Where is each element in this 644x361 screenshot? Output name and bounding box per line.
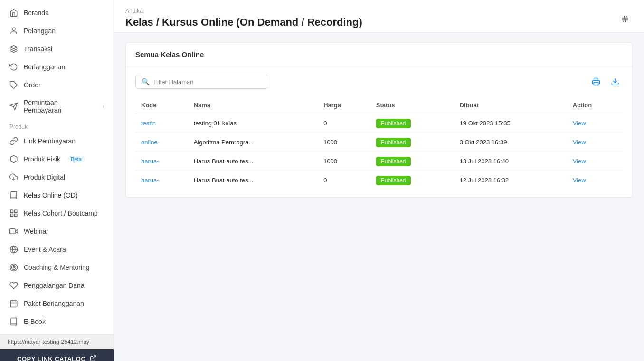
view-link[interactable]: View — [573, 120, 586, 127]
sidebar-item-e-book-label: E-Book — [24, 318, 46, 325]
sidebar-item-produk-digital-label: Produk Digital — [24, 173, 65, 181]
sidebar-item-produk-digital[interactable]: Produk Digital — [0, 168, 114, 186]
sidebar-item-event-acara-label: Event & Acara — [24, 246, 66, 253]
col-status: Status — [370, 97, 454, 114]
view-link[interactable]: View — [573, 139, 586, 146]
table-row: online Algoritma Pemrogra... 1000 Publis… — [135, 133, 623, 152]
cell-kode: harus- — [135, 152, 188, 171]
cell-kode: harus- — [135, 171, 188, 190]
download-icon — [9, 173, 18, 181]
refresh-icon — [9, 63, 18, 71]
cell-nama: Harus Buat auto tes... — [188, 152, 318, 171]
sidebar-item-produk-fisik[interactable]: Produk Fisik Beta — [0, 150, 114, 168]
cell-status: Published — [370, 171, 454, 190]
sidebar-item-kelas-cohort-label: Kelas Cohort / Bootcamp — [24, 209, 98, 217]
sidebar-item-order[interactable]: Order — [0, 76, 114, 94]
sidebar-item-event-acara[interactable]: Event & Acara — [0, 240, 114, 258]
svg-rect-8 — [15, 214, 17, 217]
sidebar-item-beranda-label: Beranda — [24, 9, 49, 17]
print-icon-button[interactable] — [588, 74, 604, 89]
svg-point-15 — [12, 266, 16, 270]
kode-link[interactable]: harus- — [141, 177, 159, 184]
sidebar-item-permintaan-pembayaran[interactable]: Permintaan Pembayaran › — [0, 94, 114, 119]
sidebar-item-kelas-cohort[interactable]: Kelas Cohort / Bootcamp — [0, 204, 114, 222]
kelas-online-card: Semua Kelas Online 🔍 — [125, 42, 633, 198]
cell-status: Published — [370, 133, 454, 152]
sidebar-item-webinar[interactable]: Webinar — [0, 222, 114, 240]
sidebar-item-link-pembayaran[interactable]: Link Pembayaran — [0, 132, 114, 150]
sidebar-item-berlangganan[interactable]: Berlangganan — [0, 58, 114, 76]
cell-harga: 1000 — [318, 152, 370, 171]
box-icon — [9, 155, 18, 163]
toolbar-icons — [588, 74, 623, 89]
home-icon — [9, 9, 18, 17]
svg-rect-26 — [594, 83, 598, 86]
svg-line-24 — [624, 16, 625, 22]
kelas-table: Kode Nama Harga Status Dibuat Action tes… — [135, 97, 623, 190]
status-badge: Published — [376, 157, 411, 166]
globe-icon — [9, 245, 18, 254]
kode-link[interactable]: harus- — [141, 158, 159, 165]
svg-rect-7 — [15, 210, 17, 212]
search-row: 🔍 — [135, 74, 623, 89]
sidebar: Beranda Pelanggan Transaksi Berlangganan… — [0, 0, 114, 361]
sidebar-item-e-book[interactable]: E-Book — [0, 313, 114, 331]
copy-link-button[interactable]: COPY LINK CATALOG — [0, 349, 114, 361]
sidebar-item-transaksi[interactable]: Transaksi — [0, 40, 114, 58]
sidebar-item-kelas-online[interactable]: Kelas Online (OD) — [0, 186, 114, 204]
video-icon — [9, 227, 18, 236]
download-icon-button[interactable] — [607, 74, 623, 89]
link-icon — [9, 137, 18, 145]
sidebar-item-penggalangan-dana-label: Penggalangan Dana — [24, 282, 85, 289]
svg-rect-11 — [10, 229, 15, 234]
hash-icon-button[interactable] — [617, 11, 633, 27]
cell-dibuat: 3 Okt 2023 16:39 — [454, 133, 567, 152]
view-link[interactable]: View — [573, 158, 586, 165]
cell-dibuat: 19 Okt 2023 15:35 — [454, 114, 567, 133]
sidebar-item-coaching-label: Coaching & Mentoring — [24, 264, 90, 271]
search-input[interactable] — [153, 78, 262, 86]
status-badge: Published — [376, 176, 411, 185]
search-icon: 🔍 — [142, 78, 150, 86]
card-body: 🔍 Kod — [126, 66, 632, 197]
search-box[interactable]: 🔍 — [135, 75, 268, 89]
status-badge: Published — [376, 119, 411, 128]
cell-dibuat: 12 Jul 2023 16:32 — [454, 171, 567, 190]
table-row: harus- Harus Buat auto tes... 1000 Publi… — [135, 152, 623, 171]
top-bar: Andika Kelas / Kursus Online (On Demand … — [114, 0, 644, 33]
external-link-icon — [90, 355, 96, 361]
svg-marker-1 — [10, 46, 18, 49]
cell-action: View — [567, 152, 623, 171]
sidebar-nav: Beranda Pelanggan Transaksi Berlangganan… — [0, 0, 114, 334]
cell-harga: 0 — [318, 114, 370, 133]
bottom-bar: https://mayar-testing-25412.may COPY LIN… — [0, 334, 114, 361]
sidebar-item-beranda[interactable]: Beranda — [0, 4, 114, 22]
cell-action: View — [567, 114, 623, 133]
calendar-icon — [9, 299, 18, 308]
tag-icon — [9, 81, 18, 89]
card-header: Semua Kelas Online — [126, 43, 632, 66]
col-dibuat: Dibuat — [454, 97, 567, 114]
sidebar-item-penggalangan-dana[interactable]: Penggalangan Dana — [0, 276, 114, 294]
sidebar-item-paket-berlangganan[interactable]: Paket Berlangganan — [0, 294, 114, 313]
url-display: https://mayar-testing-25412.may — [0, 335, 114, 349]
view-link[interactable]: View — [573, 177, 586, 184]
sidebar-item-permintaan-label: Permintaan Pembayaran — [24, 99, 96, 114]
col-kode: Kode — [135, 97, 188, 114]
svg-line-25 — [626, 16, 627, 22]
page-title: Kelas / Kursus Online (On Demand / Recor… — [125, 16, 362, 28]
cell-action: View — [567, 171, 623, 190]
sidebar-item-pelanggan-label: Pelanggan — [24, 27, 56, 35]
sidebar-item-kelas-online-label: Kelas Online (OD) — [24, 191, 78, 199]
svg-point-16 — [13, 267, 15, 268]
send-icon — [9, 102, 18, 111]
heart-icon — [9, 281, 18, 290]
sidebar-item-produk-fisik-label: Produk Fisik — [24, 155, 60, 163]
sidebar-item-transaksi-label: Transaksi — [24, 45, 52, 53]
top-bar-actions — [617, 11, 633, 27]
kode-link[interactable]: testin — [141, 120, 156, 127]
cell-nama: Algoritma Pemrogra... — [188, 133, 318, 152]
sidebar-item-coaching-mentoring[interactable]: Coaching & Mentoring — [0, 258, 114, 276]
sidebar-item-pelanggan[interactable]: Pelanggan — [0, 22, 114, 40]
kode-link[interactable]: online — [141, 139, 158, 146]
